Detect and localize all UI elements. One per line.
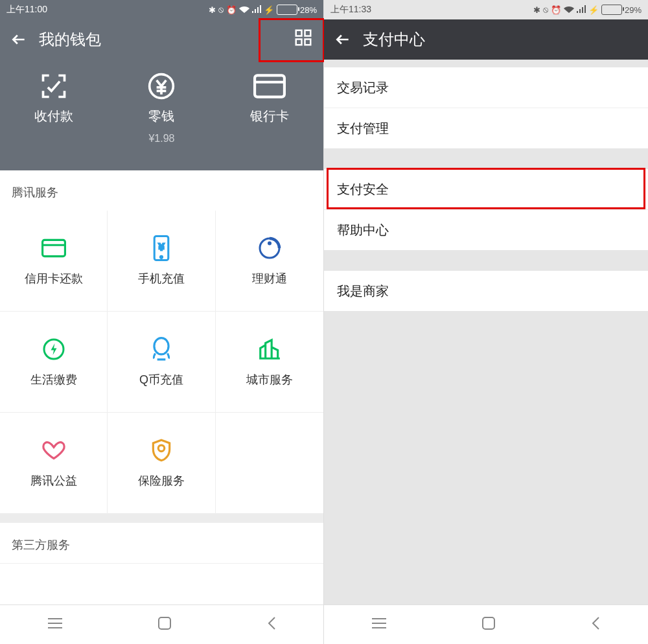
tile-label: 零钱 <box>148 108 174 125</box>
titlebar: 支付中心 <box>324 19 648 60</box>
service-insurance[interactable]: 保险服务 <box>108 413 215 514</box>
home-button[interactable] <box>481 616 496 633</box>
service-phone-topup[interactable]: ¥ 手机充值 <box>108 211 215 312</box>
svg-rect-6 <box>296 40 302 45</box>
svg-text:¥: ¥ <box>158 242 164 252</box>
highlight-box <box>259 18 325 62</box>
service-label: 信用卡还款 <box>25 271 83 286</box>
recent-apps-button[interactable] <box>48 617 62 632</box>
charging-icon: ⚡ <box>264 5 274 15</box>
svg-rect-11 <box>42 240 65 256</box>
item-payment-management[interactable]: 支付管理 <box>324 108 648 148</box>
home-button[interactable] <box>157 616 172 633</box>
svg-point-19 <box>154 338 168 354</box>
battery-icon <box>277 5 297 15</box>
status-bar: 上午11:00 ✱ ⦸ ⏰ ⚡ 28% <box>0 0 323 19</box>
phone-icon: ¥ <box>153 236 170 260</box>
bluetooth-icon: ✱ <box>533 5 540 15</box>
section-tencent-services: 腾讯服务 <box>0 170 323 211</box>
service-label: 保险服务 <box>138 473 185 489</box>
service-finance[interactable]: 理财通 <box>216 211 323 312</box>
status-bar: 上午11:33 ✱ ⦸ ⏰ ⚡ 29% <box>324 0 648 19</box>
back-nav-button[interactable] <box>591 616 600 633</box>
service-label: 手机充值 <box>138 271 185 286</box>
battery-pct: 28% <box>300 5 317 15</box>
heart-icon <box>41 438 66 463</box>
android-navbar <box>324 604 648 644</box>
recent-apps-button[interactable] <box>372 617 386 632</box>
wifi-icon <box>239 5 249 15</box>
svg-point-15 <box>160 256 162 258</box>
svg-rect-9 <box>255 75 284 97</box>
tile-balance[interactable]: 零钱 ¥1.98 <box>108 73 215 144</box>
alarm-icon: ⏰ <box>226 5 237 15</box>
svg-rect-1 <box>255 9 256 13</box>
item-help-center[interactable]: 帮助中心 <box>324 210 648 250</box>
status-icons: ✱ ⦸ ⏰ ⚡ 29% <box>533 5 642 15</box>
wallet-header: 收付款 零钱 ¥1.98 <box>0 60 323 170</box>
back-button[interactable] <box>10 31 27 48</box>
charging-icon: ⚡ <box>588 5 599 15</box>
service-charity[interactable]: 腾讯公益 <box>0 413 108 514</box>
services-grid: 信用卡还款 ¥ 手机充值 理财通 生活缴费 <box>0 211 323 514</box>
page-title: 我的钱包 <box>39 29 101 50</box>
dnd-icon: ⦸ <box>218 5 224 15</box>
shield-icon <box>151 438 172 463</box>
svg-rect-0 <box>252 11 253 13</box>
tile-label: 银行卡 <box>250 108 289 125</box>
battery-pct: 29% <box>625 5 642 15</box>
dnd-icon: ⦸ <box>543 5 548 15</box>
item-merchant[interactable]: 我是商家 <box>324 271 648 311</box>
divider <box>324 148 648 169</box>
divider <box>0 514 323 523</box>
svg-rect-2 <box>257 7 259 13</box>
item-transaction-records[interactable]: 交易记录 <box>324 67 648 108</box>
tile-bank-card[interactable]: 银行卡 <box>216 73 323 144</box>
svg-point-17 <box>268 241 272 245</box>
signal-icon <box>577 5 586 15</box>
service-empty <box>216 413 323 514</box>
status-icons: ✱ ⦸ ⏰ ⚡ 28% <box>209 5 317 15</box>
divider <box>324 60 648 67</box>
item-payment-security[interactable]: 支付安全 <box>324 169 648 210</box>
svg-rect-24 <box>159 617 170 629</box>
city-icon <box>257 337 282 362</box>
qq-icon <box>151 337 172 362</box>
service-utilities[interactable]: 生活缴费 <box>0 312 108 413</box>
service-qcoin[interactable]: Q币充值 <box>108 312 215 413</box>
svg-rect-5 <box>305 30 311 36</box>
section-third-party: 第三方服务 <box>0 523 323 564</box>
svg-rect-7 <box>305 40 311 45</box>
service-city[interactable]: 城市服务 <box>216 312 323 413</box>
wifi-icon <box>564 5 574 15</box>
alarm-icon: ⏰ <box>551 5 561 15</box>
divider <box>324 250 648 271</box>
service-label: 生活缴费 <box>30 372 77 387</box>
status-time: 上午11:33 <box>330 4 371 16</box>
tile-label: 收付款 <box>34 108 73 125</box>
scan-icon <box>40 73 68 100</box>
android-navbar <box>0 604 323 644</box>
status-time: 上午11:00 <box>6 4 47 16</box>
card-icon <box>253 73 286 100</box>
service-label: Q币充值 <box>139 372 183 387</box>
bluetooth-icon: ✱ <box>209 5 216 15</box>
screen-wallet: 上午11:00 ✱ ⦸ ⏰ ⚡ 28% 我的钱包 <box>0 0 324 644</box>
service-label: 理财通 <box>252 271 287 286</box>
service-credit-repay[interactable]: 信用卡还款 <box>0 211 108 312</box>
back-nav-button[interactable] <box>267 616 276 633</box>
svg-rect-3 <box>260 5 261 13</box>
yen-icon <box>147 73 176 100</box>
service-label: 城市服务 <box>246 372 293 387</box>
battery-icon <box>601 5 622 15</box>
credit-card-icon <box>41 236 66 260</box>
bolt-icon <box>42 337 65 362</box>
back-button[interactable] <box>334 31 351 48</box>
tile-pay-receive[interactable]: 收付款 <box>1 73 108 144</box>
titlebar: 我的钱包 <box>0 19 323 60</box>
screen-payment-center: 上午11:33 ✱ ⦸ ⏰ ⚡ 29% 支付中心 <box>324 0 648 644</box>
balance-amount: ¥1.98 <box>148 133 174 144</box>
service-label: 腾讯公益 <box>30 473 77 489</box>
grid-menu-button[interactable] <box>294 28 313 51</box>
svg-point-20 <box>158 445 165 452</box>
